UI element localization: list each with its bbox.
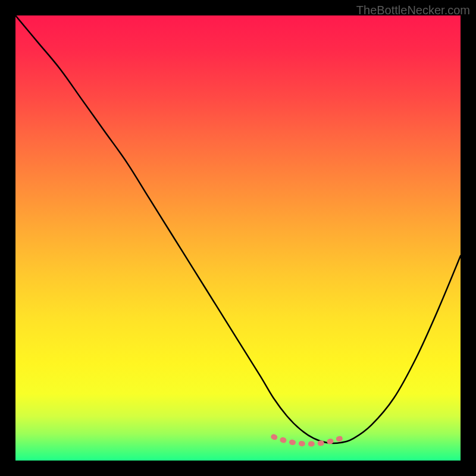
watermark-text: TheBottleNecker.com: [356, 4, 470, 17]
plot-area: [15, 15, 461, 461]
chart-svg: [15, 15, 461, 461]
bottleneck-curve: [15, 15, 461, 443]
